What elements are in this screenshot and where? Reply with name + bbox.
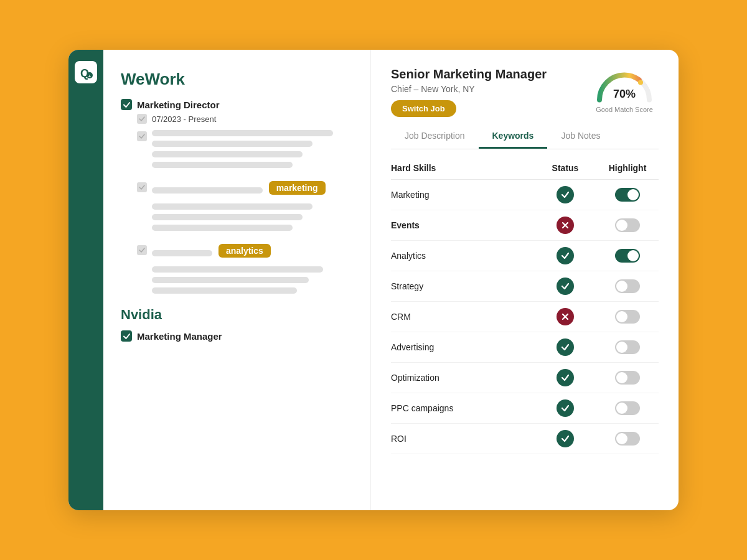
skill-name: Analytics — [391, 251, 534, 261]
switch-job-button[interactable]: Switch Job — [391, 100, 456, 117]
gray-line — [152, 225, 293, 231]
skill-name: CRM — [391, 312, 534, 322]
status-cell — [534, 278, 596, 295]
table-row: Marketing — [391, 180, 659, 210]
gray-line — [152, 141, 312, 147]
skill-name: PPC campaigns — [391, 403, 534, 413]
table-row: Events — [391, 210, 659, 241]
status-check-icon — [557, 186, 574, 203]
marketing-tag: marketing — [269, 181, 326, 195]
table-row: Optimization — [391, 363, 659, 393]
status-check-icon — [557, 247, 574, 264]
table-header: Hard Skills Status Highlight — [391, 161, 659, 180]
skill-name: Strategy — [391, 281, 534, 291]
gray-line — [152, 277, 309, 283]
gauge-label: Good Match Score — [596, 106, 653, 113]
highlight-toggle[interactable] — [615, 432, 640, 446]
tab-keywords[interactable]: Keywords — [479, 124, 548, 149]
resume-block-3: analytics — [137, 244, 353, 298]
highlight-toggle[interactable] — [615, 340, 640, 354]
skill-name: Marketing — [391, 190, 534, 200]
job1-entry: Marketing Director 07/2023 - Present — [121, 99, 353, 298]
highlight-toggle[interactable] — [615, 401, 640, 415]
status-check-icon — [557, 430, 574, 447]
status-cell — [534, 430, 596, 447]
col-highlight: Highlight — [596, 163, 659, 173]
analytics-tag: analytics — [218, 244, 271, 258]
status-cell — [534, 186, 596, 203]
svg-text:+: + — [88, 73, 92, 79]
highlight-cell — [596, 340, 659, 354]
gray-line — [152, 287, 297, 294]
gray-line — [152, 187, 263, 194]
job-header-left: Senior Marketing Manager Chief – New Yor… — [391, 67, 547, 117]
status-x-icon — [557, 217, 574, 234]
skill-name: ROI — [391, 434, 534, 444]
gray-line — [152, 162, 293, 168]
date-checkbox — [137, 114, 147, 124]
highlight-cell — [596, 401, 659, 415]
highlight-cell — [596, 218, 659, 232]
match-score-gauge: 70% Good Match Score — [590, 67, 659, 113]
highlight-toggle[interactable] — [615, 310, 640, 324]
col-status: Status — [534, 163, 596, 173]
table-row: Strategy — [391, 271, 659, 302]
line-check-1 — [137, 131, 147, 141]
highlight-cell — [596, 188, 659, 202]
job-subtitle: Chief – New York, NY — [391, 84, 547, 94]
table-row: ROI — [391, 424, 659, 454]
highlight-toggle[interactable] — [615, 279, 640, 293]
highlight-toggle[interactable] — [615, 188, 640, 202]
highlight-cell — [596, 432, 659, 446]
job-header: Senior Marketing Manager Chief – New Yor… — [391, 67, 659, 117]
resume-block-2: marketing — [137, 181, 353, 235]
job2-checkbox[interactable] — [121, 330, 132, 342]
table-row: Advertising — [391, 332, 659, 363]
job1-checkbox[interactable] — [121, 99, 132, 110]
status-cell — [534, 338, 596, 356]
gray-line — [152, 266, 323, 273]
status-x-icon — [557, 308, 574, 325]
line-check-2 — [137, 182, 147, 192]
job2-title: Marketing Manager — [137, 331, 222, 342]
tab-bar: Job Description Keywords Job Notes — [391, 124, 659, 149]
svg-text:70%: 70% — [613, 88, 636, 100]
status-check-icon — [557, 369, 574, 386]
company1-title: WeWork — [121, 70, 353, 89]
gray-line — [152, 214, 303, 220]
highlight-toggle[interactable] — [615, 218, 640, 232]
highlight-toggle[interactable] — [615, 371, 640, 385]
skill-name: Optimization — [391, 373, 534, 383]
status-cell — [534, 217, 596, 234]
table-row: Analytics — [391, 241, 659, 271]
tab-job-description[interactable]: Job Description — [391, 124, 479, 149]
table-row: PPC campaigns — [391, 393, 659, 424]
app-container: Q + WeWork Marketing Director 07/2023 - … — [68, 50, 679, 510]
status-cell — [534, 369, 596, 386]
status-check-icon — [557, 278, 574, 295]
highlight-cell — [596, 310, 659, 324]
gray-line — [152, 130, 333, 136]
skill-name: Advertising — [391, 342, 534, 352]
highlight-toggle[interactable] — [615, 249, 640, 263]
line-check-3 — [137, 245, 147, 255]
skills-table: Marketing Events Analytics Strategy CRM … — [391, 180, 659, 454]
gauge-svg: 70% — [593, 67, 655, 105]
skill-name: Events — [391, 220, 534, 230]
sidebar: Q + — [68, 50, 103, 510]
job-title: Senior Marketing Manager — [391, 67, 547, 82]
highlight-cell — [596, 279, 659, 293]
job2-entry: Marketing Manager — [121, 330, 353, 342]
highlight-cell — [596, 371, 659, 385]
col-skills: Hard Skills — [391, 163, 534, 173]
tab-job-notes[interactable]: Job Notes — [547, 124, 614, 149]
status-cell — [534, 399, 596, 417]
left-panel: WeWork Marketing Director 07/2023 - Pres… — [103, 50, 371, 510]
status-check-icon — [557, 338, 574, 356]
highlight-cell — [596, 249, 659, 263]
right-panel: Senior Marketing Manager Chief – New Yor… — [371, 50, 679, 510]
resume-block-1 — [137, 130, 353, 172]
table-row: CRM — [391, 302, 659, 332]
job1-date: 07/2023 - Present — [152, 114, 216, 124]
status-cell — [534, 247, 596, 264]
